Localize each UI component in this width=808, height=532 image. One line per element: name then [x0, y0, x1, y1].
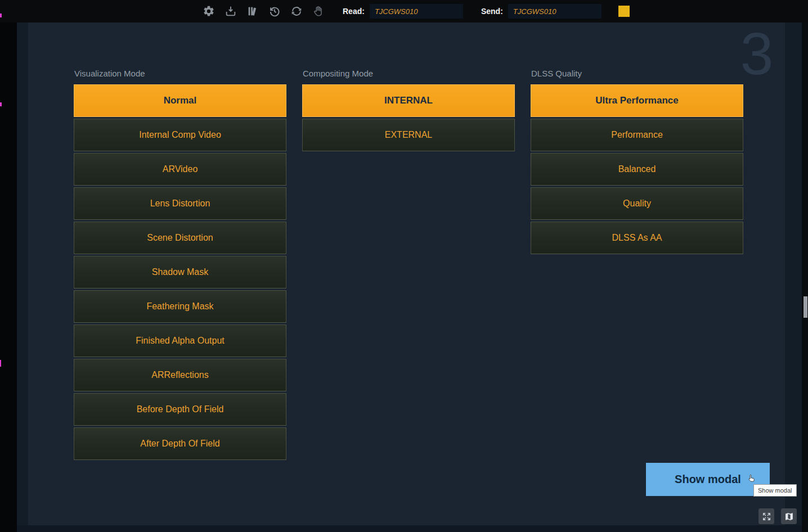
option-quality[interactable]: Quality [531, 187, 743, 220]
option-before-depth-of-field[interactable]: Before Depth Of Field [74, 393, 286, 426]
video-edge-artifact [0, 102, 2, 106]
option-arreflections[interactable]: ARReflections [74, 359, 286, 391]
video-edge-artifact [0, 13, 2, 17]
option-arvideo[interactable]: ARVideo [74, 153, 286, 186]
option-lens-distortion[interactable]: Lens Distortion [74, 187, 286, 220]
refresh-icon[interactable] [290, 5, 303, 17]
video-edge-artifact [0, 360, 1, 367]
send-input[interactable] [508, 4, 601, 19]
fullscreen-icon[interactable] [758, 508, 774, 524]
map-icon[interactable] [781, 508, 797, 524]
topbar-icon-group [203, 5, 325, 17]
show-modal-tooltip: Show modal [753, 484, 797, 497]
app-root: { "topbar": { "icons": [ {"name": "setti… [0, 0, 808, 532]
option-finished-alpha-output[interactable]: Finished Alpha Output [74, 324, 286, 357]
color-swatch[interactable] [618, 6, 630, 17]
group-label-dlss-quality: DLSS Quality [531, 69, 743, 80]
group-label-visualization-mode: Visualization Mode [74, 69, 286, 80]
scrollbar-thumb[interactable] [803, 296, 807, 318]
download-icon[interactable] [225, 5, 237, 17]
option-feathering-mask[interactable]: Feathering Mask [74, 290, 286, 323]
group-label-compositing-mode: Compositing Mode [303, 69, 515, 80]
right-edge [802, 22, 808, 532]
option-after-depth-of-field[interactable]: After Depth Of Field [74, 427, 286, 460]
history-icon[interactable] [268, 5, 281, 17]
option-internal[interactable]: INTERNAL [302, 84, 515, 117]
group-visualization-mode: Visualization ModeNormalInternal Comp Vi… [74, 69, 286, 462]
send-label: Send: [481, 7, 503, 16]
settings-icon[interactable] [203, 5, 215, 17]
topbar: Read: Send: [0, 0, 808, 22]
option-balanced[interactable]: Balanced [531, 153, 743, 186]
group-dlss-quality: DLSS QualityUltra PerformancePerformance… [531, 69, 743, 256]
option-scene-distortion[interactable]: Scene Distortion [74, 222, 286, 254]
option-ultra-performance[interactable]: Ultra Performance [531, 84, 743, 117]
left-video-edge [0, 22, 17, 532]
library-icon[interactable] [246, 5, 259, 17]
group-compositing-mode: Compositing ModeINTERNALEXTERNAL [302, 69, 515, 153]
option-performance[interactable]: Performance [531, 119, 743, 151]
read-input[interactable] [370, 4, 463, 19]
footer-icon-group [758, 508, 797, 524]
cursor-pointer-icon [746, 473, 757, 484]
hand-icon[interactable] [312, 5, 325, 17]
option-shadow-mask[interactable]: Shadow Mask [74, 256, 286, 288]
send-group: Send: [481, 4, 601, 19]
option-normal[interactable]: Normal [74, 84, 286, 117]
option-external[interactable]: EXTERNAL [302, 119, 515, 151]
read-group: Read: [343, 4, 463, 19]
option-columns: Visualization ModeNormalInternal Comp Vi… [74, 69, 743, 462]
option-dlss-as-aa[interactable]: DLSS As AA [531, 222, 743, 254]
bottom-edge [17, 525, 802, 532]
read-label: Read: [343, 7, 365, 16]
option-internal-comp-video[interactable]: Internal Comp Video [74, 119, 286, 151]
